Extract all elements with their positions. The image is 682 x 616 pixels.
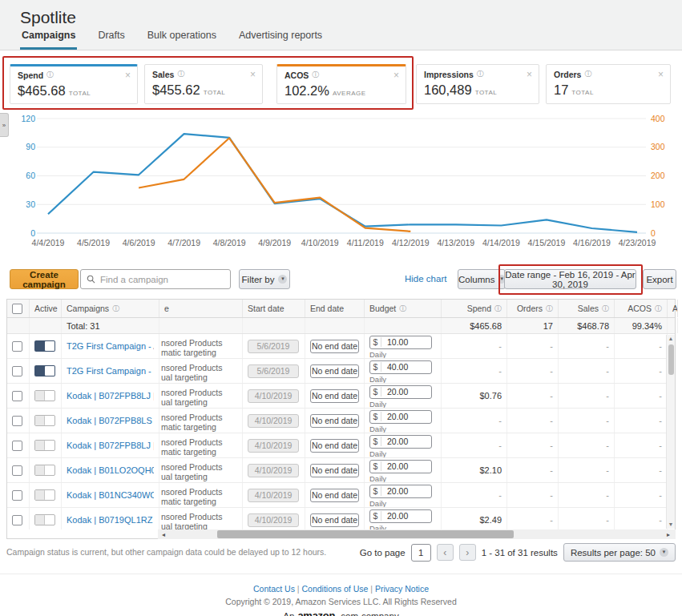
col-header-campaigns[interactable]: Campaignsⓘ <box>62 300 159 317</box>
hide-chart-link[interactable]: Hide chart <box>405 274 446 284</box>
active-toggle[interactable] <box>34 390 55 401</box>
campaign-link[interactable]: T2G First Campaign - Manual <box>67 366 154 376</box>
col-header-budget[interactable]: Budgetⓘ <box>365 300 442 317</box>
active-toggle[interactable] <box>34 415 55 426</box>
end-date-input[interactable]: No end date <box>310 340 359 353</box>
close-icon[interactable]: × <box>527 70 532 79</box>
filter-by-button[interactable]: Filter by <box>239 269 290 289</box>
start-date-input[interactable]: 4/10/2019 <box>248 389 299 403</box>
columns-button[interactable]: Columns <box>458 269 506 289</box>
active-toggle[interactable] <box>34 440 55 451</box>
date-range-button[interactable]: Date range - Feb 16, 2019 - Apr 30, 2019 <box>504 269 636 289</box>
active-toggle[interactable] <box>34 465 55 476</box>
campaign-link[interactable]: Kodak | B01NC340WC | 41144 | E12 | A... <box>67 490 154 500</box>
campaign-link[interactable]: Kodak | B072FPB8LJ | 41161 | E26 | Auto <box>67 441 154 450</box>
scroll-right-icon[interactable]: ▸ <box>663 531 674 538</box>
active-toggle[interactable] <box>34 365 55 376</box>
col-header-end-date[interactable]: End date <box>305 300 365 317</box>
type-line-2: matic targeting <box>161 422 222 432</box>
select-all-checkbox[interactable] <box>12 304 22 314</box>
campaign-link[interactable]: Kodak | B01LO2OQH0 | 41143-UL | E1... <box>67 465 154 475</box>
budget-input[interactable]: $20.00 <box>369 410 432 424</box>
end-date-input[interactable]: No end date <box>310 513 359 527</box>
chevron-down-icon <box>660 548 668 557</box>
col-header-active[interactable]: Active <box>30 300 62 317</box>
footer-link-contact-us[interactable]: Contact Us <box>253 584 302 594</box>
close-icon[interactable]: × <box>125 71 131 79</box>
tab-advertising-reports[interactable]: Advertising reports <box>237 30 324 50</box>
footer-link-privacy-notice[interactable]: Privacy Notice <box>375 584 429 594</box>
active-cell <box>30 433 62 457</box>
row-checkbox[interactable] <box>12 490 22 501</box>
results-per-page-button[interactable]: Results per page: 50 <box>563 543 676 562</box>
budget-input[interactable]: $20.00 <box>369 385 432 399</box>
tab-campaigns[interactable]: Campaigns <box>20 30 77 50</box>
budget-input[interactable]: $10.00 <box>369 336 432 349</box>
type-cell: nsored Productsmatic targeting <box>159 334 243 358</box>
start-date-input[interactable]: 4/10/2019 <box>248 489 299 502</box>
footer-link-conditions-of-use[interactable]: Conditions of Use <box>301 584 374 594</box>
col-header-sales[interactable]: Salesⓘ <box>559 300 615 317</box>
budget-input[interactable]: $20.00 <box>369 485 432 498</box>
campaign-link[interactable]: Kodak | B072FPB8LS | 41168-UL | E12 ... <box>67 416 154 425</box>
end-date-input[interactable]: No end date <box>310 464 359 477</box>
campaign-link[interactable]: Kodak | B072FPB8LJ | 41161 | E26 | M... <box>67 391 154 401</box>
previous-page-button[interactable]: ‹ <box>437 544 454 561</box>
tab-bulk-operations[interactable]: Bulk operations <box>146 30 218 50</box>
scroll-left-icon[interactable]: ◂ <box>158 531 169 538</box>
row-checkbox[interactable] <box>12 441 22 451</box>
budget-input[interactable]: $20.00 <box>369 509 432 523</box>
vertical-scrollbar[interactable]: ▲ ▼ <box>666 335 675 529</box>
col-header-start-date[interactable]: Start date <box>243 300 305 317</box>
active-toggle[interactable] <box>34 514 55 525</box>
horizontal-scrollbar[interactable]: ◂ ▸ <box>158 529 676 539</box>
close-icon[interactable]: × <box>250 70 256 79</box>
campaign-link[interactable]: Kodak | B0719QL1RZ | 67031 | E26 | M... <box>67 515 154 525</box>
axis-tick-label: 4/23/2019 <box>619 238 656 248</box>
tab-drafts[interactable]: Drafts <box>96 30 126 50</box>
create-campaign-button[interactable]: Create campaign <box>10 269 79 289</box>
col-header-orders[interactable]: Ordersⓘ <box>507 300 559 317</box>
end-date-input[interactable]: No end date <box>310 364 359 378</box>
scroll-up-icon[interactable]: ▲ <box>668 335 674 343</box>
row-checkbox[interactable] <box>12 341 22 352</box>
active-toggle[interactable] <box>34 340 55 352</box>
end-date-input[interactable]: No end date <box>310 439 359 453</box>
col-header-e[interactable]: e <box>159 300 243 317</box>
row-checkbox[interactable] <box>12 416 22 426</box>
budget-period-label: Daily <box>369 499 432 508</box>
col-header-acos[interactable]: ACOSⓘ <box>615 300 668 317</box>
start-date-input[interactable]: 5/6/2019 <box>248 364 299 378</box>
page-number-input[interactable] <box>411 544 431 562</box>
scroll-down-icon[interactable]: ▼ <box>668 521 674 529</box>
acos-cell: - <box>615 384 668 408</box>
col-header-spend[interactable]: Spendⓘ <box>442 300 507 317</box>
horizontal-scroll-thumb[interactable] <box>217 530 514 538</box>
col-header-ac[interactable]: Ac <box>668 300 678 317</box>
row-checkbox[interactable] <box>12 515 22 525</box>
start-date-input[interactable]: 5/6/2019 <box>248 340 299 353</box>
end-date-input[interactable]: No end date <box>310 389 359 403</box>
next-page-button[interactable]: › <box>459 544 476 561</box>
close-icon[interactable]: × <box>658 70 664 79</box>
col-header-select[interactable] <box>7 300 30 317</box>
end-date-input[interactable]: No end date <box>310 414 359 428</box>
budget-input[interactable]: $20.00 <box>369 435 432 449</box>
close-icon[interactable]: × <box>393 71 399 79</box>
row-checkbox[interactable] <box>12 391 22 401</box>
export-button[interactable]: Export <box>643 269 676 289</box>
campaign-link[interactable]: T2G First Campaign - Automatic <box>67 341 154 351</box>
end-date-input[interactable]: No end date <box>310 489 359 502</box>
budget-input[interactable]: $20.00 <box>369 460 432 473</box>
start-date-input[interactable]: 4/10/2019 <box>248 513 299 527</box>
row-checkbox[interactable] <box>12 465 22 476</box>
start-date-input[interactable]: 4/10/2019 <box>248 414 299 428</box>
campaign-search[interactable] <box>80 269 231 289</box>
active-toggle[interactable] <box>34 489 55 501</box>
row-checkbox[interactable] <box>12 366 22 376</box>
start-date-input[interactable]: 4/10/2019 <box>248 439 299 453</box>
start-date-input[interactable]: 4/10/2019 <box>248 464 299 477</box>
search-input[interactable] <box>100 275 220 284</box>
vertical-scroll-thumb[interactable] <box>668 344 674 375</box>
budget-input[interactable]: $40.00 <box>369 360 432 374</box>
